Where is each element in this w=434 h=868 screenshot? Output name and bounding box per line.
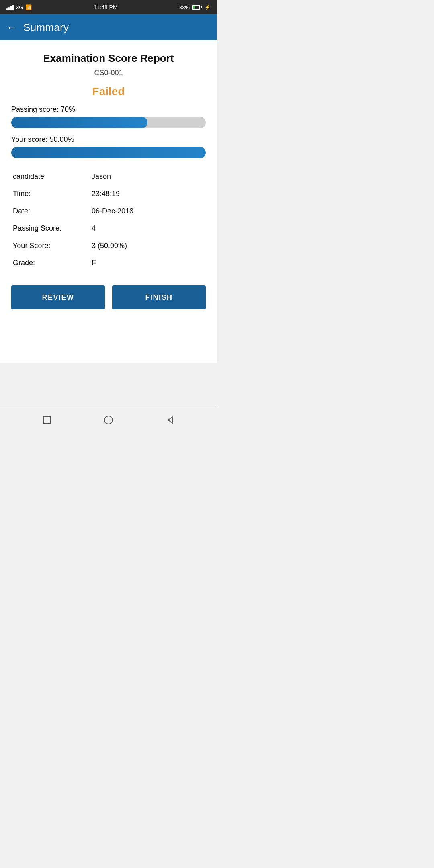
action-buttons: REVIEW FINISH	[11, 285, 206, 309]
your-score-bar	[11, 147, 206, 158]
report-title: Examination Score Report	[11, 52, 206, 65]
square-icon	[41, 414, 53, 426]
candidate-value: Jason	[84, 168, 206, 185]
nav-square-button[interactable]	[38, 411, 56, 429]
passing-score-detail-label: Passing Score:	[11, 220, 84, 237]
result-status: Failed	[11, 85, 206, 98]
table-row: candidate Jason	[11, 168, 206, 185]
signal-icon	[6, 4, 14, 10]
time-label: Time:	[11, 185, 84, 203]
date-label: Date:	[11, 203, 84, 220]
network-label: 3G	[16, 4, 23, 10]
time-value: 23:48:19	[84, 185, 206, 203]
finish-button[interactable]: FINISH	[112, 285, 206, 309]
spacer	[0, 363, 217, 405]
status-right: 38% ⚡	[179, 4, 211, 10]
wifi-icon: 📶	[25, 4, 32, 10]
table-row: Time: 23:48:19	[11, 185, 206, 203]
table-row: Passing Score: 4	[11, 220, 206, 237]
status-left: 3G 📶	[6, 4, 32, 10]
nav-back-button[interactable]	[161, 411, 179, 429]
passing-score-fill	[11, 117, 147, 128]
details-table: candidate Jason Time: 23:48:19 Date: 06-…	[11, 168, 206, 272]
exam-code: CS0-001	[11, 69, 206, 77]
your-score-detail-label: Your Score:	[11, 237, 84, 254]
grade-value: F	[84, 254, 206, 272]
your-score-detail-value: 3 (50.00%)	[84, 237, 206, 254]
nav-circle-button[interactable]	[100, 411, 117, 429]
table-row: Your Score: 3 (50.00%)	[11, 237, 206, 254]
battery-percentage: 38%	[179, 4, 190, 10]
your-score-fill	[11, 147, 206, 158]
bottom-nav	[0, 405, 217, 434]
passing-score-bar	[11, 117, 206, 128]
review-button[interactable]: REVIEW	[11, 285, 105, 309]
passing-score-detail-value: 4	[84, 220, 206, 237]
main-content: Examination Score Report CS0-001 Failed …	[0, 40, 217, 363]
circle-icon	[103, 414, 114, 426]
svg-rect-0	[43, 416, 51, 424]
grade-label: Grade:	[11, 254, 84, 272]
svg-marker-2	[168, 417, 173, 423]
date-value: 06-Dec-2018	[84, 203, 206, 220]
status-time: 11:48 PM	[94, 4, 118, 10]
triangle-back-icon	[164, 414, 176, 426]
status-bar: 3G 📶 11:48 PM 38% ⚡	[0, 0, 217, 14]
charging-icon: ⚡	[205, 4, 211, 10]
page-title: Summary	[23, 21, 69, 34]
table-row: Grade: F	[11, 254, 206, 272]
back-button[interactable]: ←	[6, 22, 17, 33]
your-score-label: Your score: 50.00%	[11, 135, 206, 144]
toolbar: ← Summary	[0, 14, 217, 40]
svg-point-1	[104, 416, 113, 424]
battery-icon	[192, 5, 202, 10]
candidate-label: candidate	[11, 168, 84, 185]
table-row: Date: 06-Dec-2018	[11, 203, 206, 220]
passing-score-label: Passing score: 70%	[11, 105, 206, 114]
